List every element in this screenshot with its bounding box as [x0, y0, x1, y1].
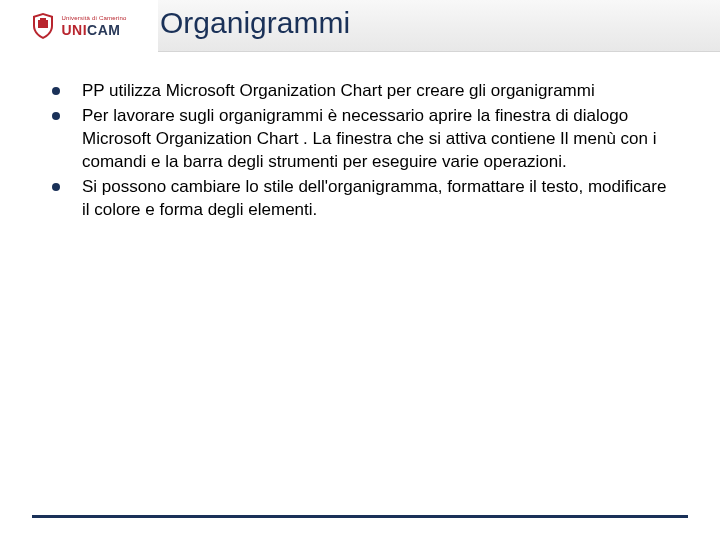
- list-item: PP utilizza Microsoft Organization Chart…: [44, 80, 676, 103]
- header-band: Università di Camerino UNICAM Organigram…: [0, 0, 720, 52]
- svg-rect-1: [40, 18, 46, 21]
- logo-upper-text: Università di Camerino: [61, 15, 126, 21]
- logo: Università di Camerino UNICAM: [0, 0, 158, 52]
- footer-divider: [32, 515, 688, 518]
- bullet-icon: [52, 112, 60, 120]
- bullet-icon: [52, 183, 60, 191]
- list-item: Per lavorare sugli organigrammi è necess…: [44, 105, 676, 174]
- svg-rect-0: [38, 20, 48, 28]
- shield-icon: [31, 12, 55, 40]
- bullet-text: Per lavorare sugli organigrammi è necess…: [82, 106, 657, 171]
- logo-brand: UNICAM: [61, 23, 126, 37]
- bullet-text: PP utilizza Microsoft Organization Chart…: [82, 81, 595, 100]
- bullet-list: PP utilizza Microsoft Organization Chart…: [44, 80, 676, 222]
- bullet-icon: [52, 87, 60, 95]
- page-title: Organigrammi: [160, 6, 350, 40]
- list-item: Si possono cambiare lo stile dell'organi…: [44, 176, 676, 222]
- content-area: PP utilizza Microsoft Organization Chart…: [44, 80, 676, 224]
- logo-text: Università di Camerino UNICAM: [61, 15, 126, 37]
- bullet-text: Si possono cambiare lo stile dell'organi…: [82, 177, 666, 219]
